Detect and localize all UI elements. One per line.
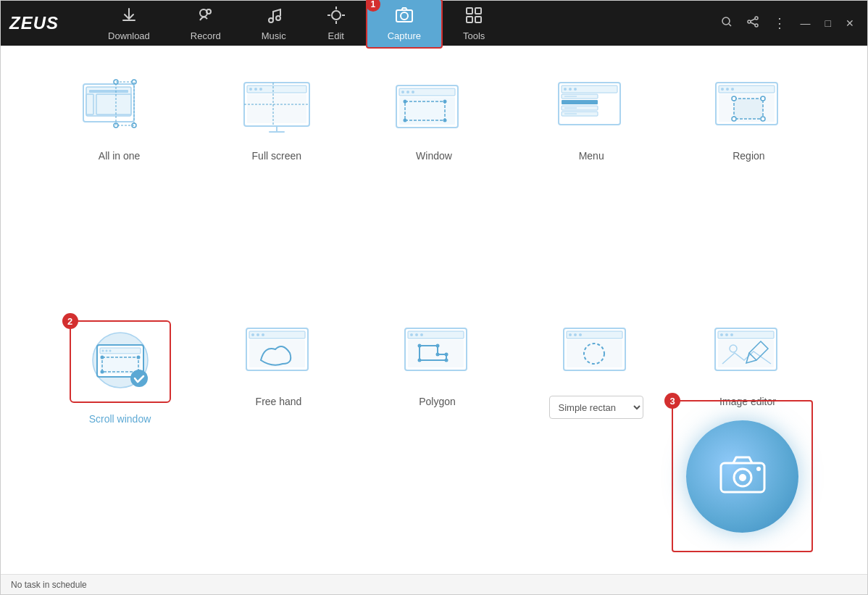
- all-in-one-label: All in one: [99, 150, 141, 162]
- tab-record[interactable]: Record: [170, 0, 241, 47]
- svg-point-94: [444, 353, 448, 357]
- capture-grid-row2: 2: [44, 313, 672, 432]
- scroll-window-label: Scroll window: [89, 413, 151, 425]
- capture-badge: 1: [366, 0, 380, 12]
- svg-point-82: [256, 333, 259, 336]
- image-editor-icon-container: [701, 320, 795, 386]
- full-screen-label: Full screen: [252, 150, 301, 162]
- svg-rect-29: [247, 94, 306, 123]
- svg-rect-16: [89, 90, 128, 93]
- edit-icon: [327, 6, 346, 28]
- svg-point-57: [721, 88, 724, 91]
- tab-music-label: Music: [262, 30, 286, 41]
- svg-point-87: [410, 333, 413, 336]
- capture-item-simple-rect[interactable]: Simple rectan Option 2 Option 3: [520, 313, 672, 432]
- svg-rect-49: [562, 100, 598, 104]
- capture-item-region[interactable]: Region: [674, 67, 824, 306]
- capture-grid-row1: All in one: [44, 67, 824, 306]
- svg-point-95: [444, 359, 448, 362]
- svg-point-83: [262, 333, 264, 336]
- svg-point-45: [564, 88, 567, 91]
- nav-tabs: Download Record: [88, 0, 717, 49]
- capture-item-free-hand[interactable]: Free hand: [203, 313, 354, 432]
- capture-item-window[interactable]: Window: [359, 67, 509, 306]
- svg-point-35: [406, 91, 409, 93]
- tab-capture-label: Capture: [388, 30, 421, 41]
- svg-point-12: [748, 20, 751, 23]
- svg-point-42: [443, 119, 446, 122]
- svg-point-100: [574, 333, 577, 336]
- capture-item-all-in-one[interactable]: All in one: [44, 67, 194, 306]
- svg-point-58: [726, 88, 729, 91]
- svg-point-108: [730, 333, 733, 336]
- music-icon: [264, 6, 283, 28]
- search-icon[interactable]: [717, 13, 737, 33]
- svg-point-71: [109, 350, 111, 352]
- share-icon[interactable]: [743, 13, 763, 33]
- status-bar: No task in schedule: [1, 574, 867, 594]
- capture-item-full-screen[interactable]: Full screen: [201, 67, 351, 306]
- tab-download-label: Download: [108, 30, 150, 41]
- scroll-window-highlight: 2: [70, 320, 171, 403]
- minimize-button[interactable]: —: [796, 16, 815, 30]
- polygon-label: Polygon: [419, 396, 456, 407]
- svg-point-59: [731, 88, 734, 91]
- window-label: Window: [416, 150, 452, 162]
- camera-badge: 3: [664, 393, 680, 409]
- svg-rect-7: [475, 8, 481, 14]
- svg-point-39: [403, 100, 406, 104]
- svg-point-1: [206, 9, 211, 14]
- app-logo: ZEUS: [9, 13, 59, 33]
- svg-point-10: [722, 17, 730, 25]
- region-icon-container: [701, 75, 796, 140]
- main-content: All in one: [1, 46, 867, 574]
- svg-point-78: [130, 370, 148, 387]
- svg-point-36: [412, 91, 414, 93]
- region-label: Region: [733, 150, 764, 162]
- capture-item-menu[interactable]: Menu: [517, 67, 667, 306]
- svg-point-81: [251, 333, 254, 336]
- status-text: No task in schedule: [11, 580, 87, 590]
- svg-point-88: [415, 333, 418, 336]
- polygon-icon-container: [391, 320, 485, 386]
- svg-point-106: [720, 333, 723, 336]
- free-hand-icon-container: [232, 320, 326, 386]
- svg-point-91: [417, 344, 421, 348]
- tab-capture[interactable]: 1 Capture: [366, 0, 443, 49]
- camera-big-icon: [717, 452, 768, 502]
- svg-point-96: [417, 359, 421, 362]
- capture-item-polygon[interactable]: Polygon: [362, 313, 513, 432]
- more-icon[interactable]: ⋮: [769, 12, 790, 34]
- all-in-one-icon-container: [72, 75, 167, 140]
- close-button[interactable]: ✕: [841, 16, 859, 30]
- tab-music[interactable]: Music: [241, 0, 306, 47]
- svg-point-64: [732, 117, 736, 121]
- svg-point-107: [725, 333, 728, 336]
- svg-point-70: [105, 350, 107, 352]
- maximize-button[interactable]: □: [821, 16, 835, 30]
- svg-point-65: [761, 117, 765, 121]
- menu-label: Menu: [579, 150, 604, 162]
- tab-edit[interactable]: Edit: [306, 0, 366, 47]
- tab-record-label: Record: [191, 30, 221, 41]
- svg-rect-61: [734, 99, 763, 119]
- tab-tools[interactable]: Tools: [443, 0, 505, 47]
- svg-point-62: [732, 96, 736, 101]
- svg-point-34: [401, 91, 404, 93]
- svg-point-13: [755, 24, 758, 27]
- download-icon: [120, 6, 138, 28]
- camera-capture-button[interactable]: [686, 420, 798, 533]
- capture-item-scroll-window[interactable]: 2: [44, 313, 196, 432]
- window-controls: ⋮ — □ ✕: [717, 12, 859, 34]
- tools-icon: [464, 6, 483, 28]
- svg-point-28: [259, 88, 262, 91]
- tab-download[interactable]: Download: [88, 0, 170, 47]
- simple-rect-dropdown[interactable]: Simple rectan Option 2 Option 3: [549, 396, 643, 419]
- app-window: ZEUS Download: [0, 0, 868, 595]
- capture-item-image-editor[interactable]: Image editor: [672, 313, 824, 415]
- svg-point-5: [401, 12, 408, 20]
- svg-point-74: [100, 356, 104, 359]
- svg-point-63: [761, 96, 765, 101]
- svg-rect-84: [249, 340, 305, 367]
- tab-edit-label: Edit: [328, 30, 344, 41]
